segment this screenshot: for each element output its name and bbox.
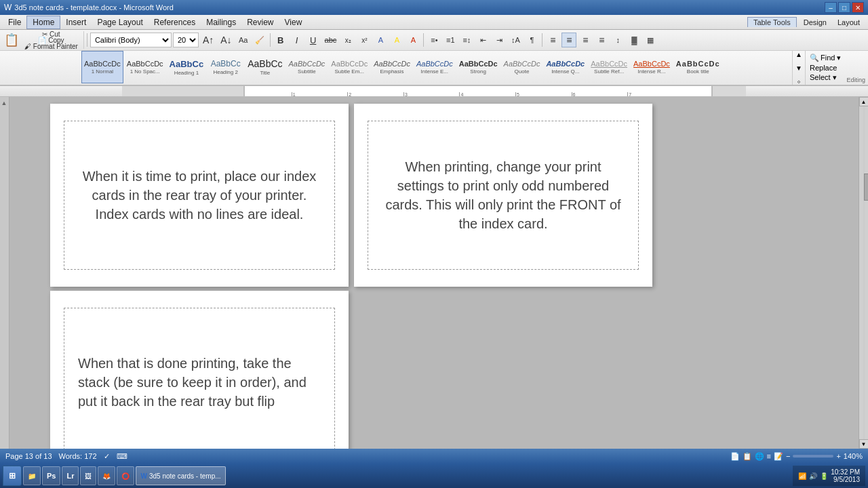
shading-button[interactable]: ▓ [627,33,642,47]
menu-insert[interactable]: Insert [60,16,92,29]
styles-more-arrow[interactable]: ⬦ [797,77,801,85]
sort-button[interactable]: ↕A [508,33,523,47]
zoom-in-button[interactable]: + [836,452,840,460]
taskbar-word[interactable]: W 3d5 note cards - temp... [136,466,225,485]
scrollbar-thumb[interactable] [864,174,869,201]
bold-button[interactable]: B [273,33,288,47]
menu-review[interactable]: Review [241,16,279,29]
multilevel-button[interactable]: ≡↕ [459,33,474,47]
view-web-icon[interactable]: 🌐 [755,452,764,461]
style-strong[interactable]: AaBbCcDc Strong [456,51,500,83]
style-intense-em[interactable]: AaBbCcDc Intense E... [414,51,456,83]
ruler-mark-3: 3 [403,92,408,96]
style-book-title[interactable]: AaBbCcDc Book title [673,51,723,83]
start-button[interactable]: ⊞ [3,466,22,486]
numbering-button[interactable]: ≡1 [443,33,458,47]
styles-expand[interactable]: ▲ ▼ ⬦ [792,51,805,85]
photoshop-icon: Ps [47,472,56,480]
shrink-font-button[interactable]: A↓ [218,33,234,47]
paste-button[interactable]: 📋 [3,31,20,49]
increase-indent-button[interactable]: ⇥ [492,33,507,47]
align-center-button[interactable]: ≡ [561,33,576,47]
document-area[interactable]: When it is time to print, place our inde… [9,97,859,449]
style-subtle-ref[interactable]: AaBbCcDc Subtle Ref... [588,51,630,83]
menu-home[interactable]: Home [26,16,60,29]
taskbar-firefox[interactable]: 🦊 [98,466,115,485]
clipboard-group: 📋 ✂ Cut 📄 Copy 🖌 Format Painter [3,31,84,49]
scrollbar-track[interactable] [863,106,865,439]
index-card-1[interactable]: When it is time to print, place our inde… [64,121,335,270]
font-size-select[interactable]: 20 [173,33,199,47]
style-normal[interactable]: AaBbCcDc 1 Normal [81,51,123,83]
taskbar-photoshop[interactable]: Ps [42,466,60,485]
language-icon[interactable]: ⌨ [117,452,127,461]
style-emphasis[interactable]: AaBbCcDc Emphasis [371,51,413,83]
font-name-select[interactable]: Calibri (Body) [90,33,172,47]
line-spacing-button[interactable]: ↕ [610,33,625,47]
taskbar-image-viewer[interactable]: 🖼 [80,466,96,485]
word-count: Words: 172 [59,452,97,460]
styles-up-arrow[interactable]: ▲ [795,51,802,58]
menu-table-layout[interactable]: Layout [832,16,865,29]
left-bar-arrow[interactable]: ▲ [1,100,8,106]
underline-button[interactable]: U [306,33,321,47]
scroll-up-button[interactable]: ▲ [859,97,869,106]
menu-table-design[interactable]: Design [798,16,832,29]
view-outline-icon[interactable]: ≡ [767,452,771,460]
text-effects-button[interactable]: A [373,33,388,47]
align-right-button[interactable]: ≡ [578,33,593,47]
superscript-button[interactable]: x² [357,33,372,47]
ruler-mark-6: 6 [572,92,576,96]
italic-button[interactable]: I [290,33,304,47]
font-color-button[interactable]: A [406,33,420,47]
view-draft-icon[interactable]: 📝 [774,452,783,461]
grow-font-button[interactable]: A↑ [200,33,216,47]
style-subtle-em[interactable]: AaBbCcDc Subtle Em... [328,51,370,83]
find-button[interactable]: 🔍 Find ▾ [810,54,841,62]
view-print-icon[interactable]: 📄 [730,452,740,461]
style-intense-r[interactable]: AaBbCcDc Intense R... [631,51,673,83]
replace-button[interactable]: Replace [810,64,841,72]
zoom-slider[interactable] [793,455,833,458]
select-button[interactable]: Select ▾ [810,73,841,82]
menu-file[interactable]: File [3,16,26,29]
view-full-icon[interactable]: 📋 [743,452,752,461]
change-case-button[interactable]: Aa [236,33,251,47]
strikethrough-button[interactable]: abc [322,33,340,47]
menu-view[interactable]: View [279,16,308,29]
maximize-button[interactable]: □ [838,2,850,13]
highlight-button[interactable]: A [389,33,404,47]
borders-button[interactable]: ▦ [643,33,658,47]
style-heading1[interactable]: AaBbCc Heading 1 [167,51,207,83]
scroll-down-button[interactable]: ▼ [859,439,869,449]
style-quote[interactable]: AaBbCcDc Quote [501,51,543,83]
justify-button[interactable]: ≡ [594,33,609,47]
chrome-icon: ⭕ [121,472,130,480]
zoom-out-button[interactable]: − [786,452,790,460]
align-left-button[interactable]: ≡ [545,33,560,47]
menu-page-layout[interactable]: Page Layout [92,16,148,29]
right-scrollbar[interactable]: ▲ ▼ [859,97,868,449]
style-heading2[interactable]: AaBbCc Heading 2 [207,51,244,83]
index-card-2[interactable]: When printing, change your print setting… [368,121,639,270]
style-intense-q[interactable]: AaBbCcDc Intense Q... [543,51,587,83]
bullets-button[interactable]: ≡• [427,33,441,47]
decrease-indent-button[interactable]: ⇤ [475,33,490,47]
page-2: When printing, change your print setting… [354,104,652,287]
taskbar-lightroom[interactable]: Lr [62,466,79,485]
taskbar-explorer[interactable]: 📁 [23,466,41,485]
taskbar-chrome[interactable]: ⭕ [117,466,134,485]
menu-mailings[interactable]: Mailings [201,16,241,29]
format-painter-button[interactable]: 🖌 Format Painter [22,43,81,49]
style-subtitle[interactable]: AaBbCcDc Subtitle [286,51,328,83]
style-title[interactable]: AaBbCc Title [245,51,285,83]
styles-down-arrow[interactable]: ▼ [795,64,802,72]
minimize-button[interactable]: – [825,2,837,13]
show-para-button[interactable]: ¶ [524,33,539,47]
style-no-spacing[interactable]: AaBbCcDc 1 No Spac... [124,51,166,83]
subscript-button[interactable]: x₂ [340,33,355,47]
menu-references[interactable]: References [149,16,201,29]
clear-format-button[interactable]: 🧹 [252,33,267,47]
close-button[interactable]: ✕ [852,2,864,13]
index-card-3[interactable]: When that is done printing, take the sta… [64,308,335,449]
